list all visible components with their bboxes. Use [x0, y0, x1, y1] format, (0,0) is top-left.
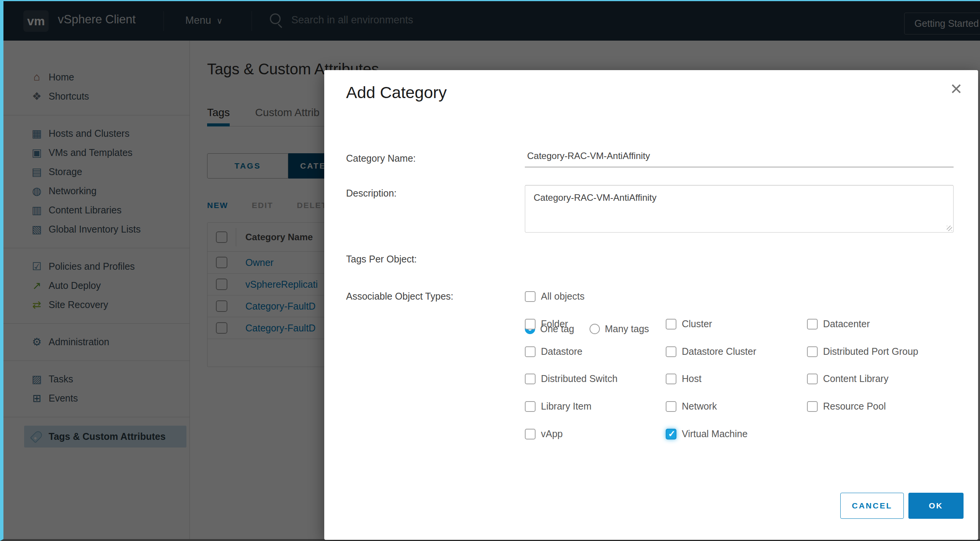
object-type-distributed-port-group: Distributed Port Group — [807, 346, 918, 357]
category-name-input[interactable]: Category-RAC-VM-AntiAffinity — [525, 151, 954, 167]
object-type-datastore: Datastore — [525, 346, 582, 357]
object-type-content-library: Content Library — [807, 373, 889, 384]
library-item-checkbox[interactable] — [525, 401, 536, 412]
all-objects-option: All objects — [525, 291, 585, 302]
datastore-checkbox[interactable] — [525, 346, 536, 357]
dialog-footer: CANCEL OK — [324, 493, 978, 519]
object-type-host: Host — [666, 373, 701, 384]
object-type-datastore-cluster: Datastore Cluster — [666, 346, 756, 357]
object-type-vapp: vApp — [525, 428, 563, 439]
associable-object-types-label: Associable Object Types: — [346, 291, 453, 302]
datacenter-checkbox[interactable] — [807, 319, 818, 330]
object-type-distributed-switch: Distributed Switch — [525, 373, 617, 384]
distributed-port-group-checkbox[interactable] — [807, 346, 818, 357]
many-tags-label: Many tags — [605, 323, 649, 334]
object-type-library-item: Library Item — [525, 401, 591, 412]
description-textarea[interactable]: Category-RAC-VM-AntiAffinity — [525, 185, 954, 233]
all-objects-label: All objects — [541, 291, 585, 302]
cancel-button[interactable]: CANCEL — [840, 493, 904, 519]
add-category-dialog: Add Category × Category Name: Category-R… — [324, 70, 978, 540]
virtual-machine-checkbox[interactable] — [666, 429, 676, 439]
object-type-network: Network — [666, 401, 717, 412]
resize-grip-icon[interactable] — [947, 226, 952, 231]
all-objects-checkbox[interactable] — [525, 291, 536, 302]
object-type-folder: Folder — [525, 318, 568, 330]
cluster-checkbox[interactable] — [666, 319, 676, 330]
host-checkbox[interactable] — [666, 374, 676, 384]
dialog-title: Add Category — [346, 83, 447, 102]
resource-pool-checkbox[interactable] — [807, 401, 818, 412]
distributed-switch-checkbox[interactable] — [525, 374, 536, 384]
ok-button[interactable]: OK — [908, 493, 964, 519]
folder-checkbox[interactable] — [525, 319, 536, 330]
network-checkbox[interactable] — [666, 401, 676, 412]
description-value: Category-RAC-VM-AntiAffinity — [534, 192, 657, 203]
object-type-resource-pool: Resource Pool — [807, 401, 886, 412]
close-icon[interactable]: × — [951, 79, 962, 98]
object-type-virtual-machine: Virtual Machine — [666, 428, 748, 439]
tags-per-object-label: Tags Per Object: — [346, 254, 417, 265]
app-window: vm vSphere Client Menu∨ Search in all en… — [0, 0, 980, 541]
many-tags-radio[interactable] — [590, 324, 600, 334]
vapp-checkbox[interactable] — [525, 429, 536, 439]
description-label: Description: — [346, 188, 397, 199]
category-name-label: Category Name: — [346, 153, 416, 164]
object-type-cluster: Cluster — [666, 318, 712, 330]
content-library-checkbox[interactable] — [807, 374, 818, 384]
object-type-datacenter: Datacenter — [807, 318, 870, 330]
datastore-cluster-checkbox[interactable] — [666, 346, 676, 357]
